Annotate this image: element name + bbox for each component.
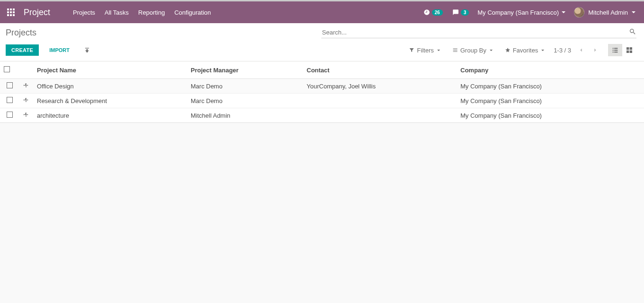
user-menu[interactable]: Mitchell Admin [569, 1, 641, 23]
breadcrumb: Projects [6, 28, 36, 38]
nav-projects[interactable]: Projects [68, 1, 100, 23]
clock-icon [423, 9, 430, 16]
avatar [574, 7, 584, 17]
drag-handle-icon[interactable] [23, 97, 29, 103]
star-icon [505, 47, 511, 53]
cell-manager: Marc Demo [187, 94, 303, 108]
cell-contact: YourCompany, Joel Willis [303, 79, 457, 94]
pager-next[interactable] [591, 46, 600, 54]
search-input[interactable] [321, 27, 637, 38]
activities-button[interactable]: 26 [419, 1, 448, 23]
cell-name: Office Design [33, 79, 187, 94]
list-view-icon [611, 46, 619, 54]
chevron-down-icon [490, 50, 493, 51]
search-icon[interactable] [629, 28, 636, 35]
row-checkbox[interactable] [7, 112, 13, 118]
cell-name: Research & Development [33, 94, 187, 108]
row-checkbox[interactable] [7, 82, 13, 88]
nav-reporting[interactable]: Reporting [133, 1, 169, 23]
chevron-down-icon [541, 50, 544, 51]
cell-manager: Marc Demo [187, 79, 303, 94]
filters-button[interactable]: Filters [409, 47, 440, 54]
table-row[interactable]: Research & Development Marc Demo My Comp… [0, 94, 644, 108]
chat-icon [452, 9, 459, 16]
apps-button[interactable] [0, 1, 22, 23]
cell-contact [303, 94, 457, 108]
col-header-contact[interactable]: Contact [303, 61, 457, 79]
create-button[interactable]: Create [6, 44, 39, 56]
table-row[interactable]: Office Design Marc Demo YourCompany, Joe… [0, 79, 644, 94]
cell-name: architecture [33, 108, 187, 123]
messages-badge: 3 [461, 9, 469, 16]
view-list-button[interactable] [608, 44, 622, 56]
drag-handle-icon[interactable] [23, 112, 29, 118]
app-brand[interactable]: Project [22, 8, 59, 17]
cell-company: My Company (San Francisco) [457, 94, 644, 108]
chevron-down-icon [437, 50, 440, 51]
cell-manager: Mitchell Admin [187, 108, 303, 123]
group-by-label: Group By [460, 47, 486, 54]
nav-configuration[interactable]: Configuration [169, 1, 215, 23]
col-header-manager[interactable]: Project Manager [187, 61, 303, 79]
drag-handle-icon[interactable] [23, 83, 29, 88]
kanban-view-icon [626, 46, 633, 54]
messages-button[interactable]: 3 [448, 1, 474, 23]
col-header-company[interactable]: Company [457, 61, 644, 79]
select-all-checkbox[interactable] [4, 66, 10, 72]
chevron-down-icon [562, 11, 565, 13]
download-icon[interactable] [84, 47, 90, 53]
col-header-name[interactable]: Project Name [33, 61, 187, 79]
company-name: My Company (San Francisco) [477, 9, 559, 16]
table-row[interactable]: architecture Mitchell Admin My Company (… [0, 108, 644, 123]
favorites-button[interactable]: Favorites [505, 47, 544, 54]
activity-badge: 26 [432, 9, 443, 16]
import-button[interactable]: Import [44, 44, 75, 56]
favorites-label: Favorites [513, 47, 538, 54]
chevron-down-icon [632, 11, 635, 13]
filters-label: Filters [417, 47, 433, 54]
pager-prev[interactable] [577, 46, 585, 54]
list-icon [452, 47, 458, 53]
company-switcher[interactable]: My Company (San Francisco) [474, 1, 569, 23]
nav-all-tasks[interactable]: All Tasks [100, 1, 133, 23]
cell-company: My Company (San Francisco) [457, 79, 644, 94]
user-name: Mitchell Admin [588, 9, 628, 16]
pager-text[interactable]: 1-3 / 3 [554, 47, 571, 54]
cell-company: My Company (San Francisco) [457, 108, 644, 123]
view-kanban-button[interactable] [622, 44, 636, 56]
cell-contact [303, 108, 457, 123]
row-checkbox[interactable] [7, 97, 13, 103]
filter-icon [409, 47, 415, 53]
group-by-button[interactable]: Group By [452, 47, 493, 54]
apps-icon [7, 9, 15, 16]
